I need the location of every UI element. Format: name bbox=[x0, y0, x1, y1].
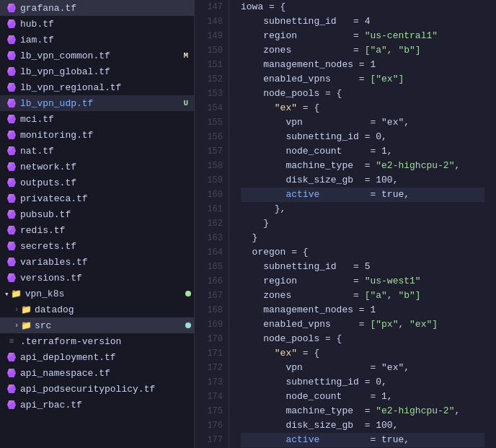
file-label: api_podsecuritypolicy.tf bbox=[20, 384, 191, 395]
tf-file-icon bbox=[6, 399, 17, 410]
sidebar-item-grafana[interactable]: grafana.tf bbox=[0, 0, 194, 16]
sidebar-item-terraform-version[interactable]: ≡ .terraform-version bbox=[0, 333, 194, 349]
sidebar-item-mci[interactable]: mci.tf bbox=[0, 111, 194, 127]
file-label: versions.tf bbox=[20, 273, 191, 284]
code-line: zones = ["a", "b"] bbox=[241, 43, 484, 58]
chevron-down-icon: ▾ bbox=[4, 289, 9, 299]
line-number: 176 bbox=[200, 418, 223, 433]
sidebar-item-redis[interactable]: redis.tf bbox=[0, 222, 194, 238]
modified-badge: M bbox=[180, 51, 191, 60]
tf-file-icon bbox=[6, 145, 17, 157]
code-line: node_pools = { bbox=[241, 332, 484, 346]
code-line: disk_size_gb = 100, bbox=[241, 173, 484, 188]
sidebar-item-variables[interactable]: variables.tf bbox=[0, 254, 194, 270]
line-number: 161 bbox=[200, 202, 223, 216]
code-line: node_count = 1, bbox=[241, 144, 484, 159]
code-line: active = true, bbox=[241, 188, 484, 202]
file-label: lb_vpn_regional.tf bbox=[20, 82, 191, 93]
tf-file-icon bbox=[6, 256, 17, 268]
sidebar-item-vpn-k8s-folder[interactable]: ▾ 📁 vpn_k8s bbox=[0, 286, 194, 302]
sidebar-item-datadog[interactable]: › 📁 datadog bbox=[0, 302, 194, 317]
sidebar-item-api-deployment[interactable]: api_deployment.tf bbox=[0, 349, 194, 365]
line-number: 156 bbox=[200, 130, 223, 144]
sidebar-item-lb-vpn-global[interactable]: lb_vpn_global.tf bbox=[0, 63, 194, 79]
status-dot bbox=[185, 322, 191, 328]
line-number: 174 bbox=[200, 390, 223, 404]
folder-label: vpn_k8s bbox=[25, 289, 185, 299]
sidebar-item-lb-vpn-common[interactable]: lb_vpn_common.tf M bbox=[0, 48, 194, 63]
chevron-right-icon: › bbox=[14, 322, 19, 330]
line-number: 151 bbox=[200, 58, 223, 72]
line-number: 168 bbox=[200, 303, 223, 317]
tf-file-icon bbox=[6, 351, 17, 363]
folder-icon: 📁 bbox=[20, 320, 32, 331]
tf-file-icon bbox=[6, 50, 17, 61]
file-label: hub.tf bbox=[20, 19, 191, 30]
file-label: grafana.tf bbox=[20, 3, 191, 14]
code-line: } bbox=[241, 231, 484, 245]
sidebar-item-lb-vpn-udp[interactable]: lb_vpn_udp.tf U bbox=[0, 95, 194, 111]
code-line: iowa = { bbox=[241, 0, 484, 14]
code-line: active = true, bbox=[241, 433, 484, 447]
line-number: 170 bbox=[200, 332, 223, 346]
tf-file-icon bbox=[6, 113, 17, 125]
folder-label: src bbox=[35, 320, 185, 331]
line-number: 148 bbox=[200, 14, 223, 29]
sidebar-item-network[interactable]: network.tf bbox=[0, 159, 194, 175]
sidebar-item-monitoring[interactable]: monitoring.tf bbox=[0, 127, 194, 143]
file-label: api_deployment.tf bbox=[20, 352, 191, 363]
tf-file-icon bbox=[6, 240, 17, 252]
sidebar-item-secrets[interactable]: secrets.tf bbox=[0, 238, 194, 254]
sidebar-item-lb-vpn-regional[interactable]: lb_vpn_regional.tf bbox=[0, 79, 194, 95]
tf-file-icon bbox=[6, 82, 17, 93]
sidebar-item-api-podsecuritypolicy[interactable]: api_podsecuritypolicy.tf bbox=[0, 381, 194, 397]
code-line: region = "us-west1" bbox=[241, 274, 484, 289]
line-number: 172 bbox=[200, 361, 223, 375]
code-line: region = "us-central1" bbox=[241, 29, 484, 43]
tf-file-icon bbox=[6, 367, 17, 379]
code-line: enabled_vpns = ["px", "ex"] bbox=[241, 317, 484, 332]
folder-label: datadog bbox=[35, 304, 191, 315]
sidebar-item-versions[interactable]: versions.tf bbox=[0, 270, 194, 286]
sidebar-item-privateca[interactable]: privateca.tf bbox=[0, 190, 194, 206]
code-line: subnetting_id = 0, bbox=[241, 375, 484, 390]
file-label: lb_vpn_udp.tf bbox=[20, 98, 177, 109]
sidebar-item-outputs[interactable]: outputs.tf bbox=[0, 175, 194, 190]
line-number: 155 bbox=[200, 115, 223, 130]
line-number-gutter: 1471481491501511521531541551561571581591… bbox=[195, 0, 229, 448]
file-label: nat.tf bbox=[20, 146, 191, 157]
sidebar-item-nat[interactable]: nat.tf bbox=[0, 143, 194, 159]
file-label: lb_vpn_common.tf bbox=[20, 50, 177, 61]
line-number: 167 bbox=[200, 289, 223, 303]
file-label: lb_vpn_global.tf bbox=[20, 66, 191, 77]
code-line: vpn = "ex", bbox=[241, 115, 484, 130]
line-number: 160 bbox=[200, 188, 223, 202]
sidebar-item-hub[interactable]: hub.tf bbox=[0, 16, 194, 32]
file-label: iam.tf bbox=[20, 35, 191, 45]
code-lines[interactable]: iowa = { subnetting_id = 4 region = "us-… bbox=[229, 0, 496, 448]
sidebar-item-pubsub[interactable]: pubsub.tf bbox=[0, 206, 194, 222]
line-number: 152 bbox=[200, 72, 223, 87]
code-line: subnetting_id = 4 bbox=[241, 14, 484, 29]
file-explorer: grafana.tf hub.tf iam.tf lb_vpn_common.t… bbox=[0, 0, 195, 448]
tf-file-icon bbox=[6, 383, 17, 395]
sidebar-item-iam[interactable]: iam.tf bbox=[0, 32, 194, 48]
file-label: .terraform-version bbox=[20, 336, 191, 347]
tf-file-icon bbox=[6, 224, 17, 236]
sidebar-item-api-namespace[interactable]: api_namespace.tf bbox=[0, 365, 194, 381]
sidebar-item-api-rbac[interactable]: api_rbac.tf bbox=[0, 397, 194, 413]
tf-file-icon bbox=[6, 97, 17, 109]
tf-file-icon bbox=[6, 66, 17, 77]
sidebar-item-src[interactable]: › 📁 src bbox=[0, 317, 194, 333]
tf-file-icon bbox=[6, 208, 17, 220]
line-number: 164 bbox=[200, 245, 223, 260]
file-label: secrets.tf bbox=[20, 241, 191, 252]
folder-icon: 📁 bbox=[11, 288, 22, 299]
file-label: monitoring.tf bbox=[20, 130, 191, 141]
line-number: 158 bbox=[200, 159, 223, 173]
code-line: "ex" = { bbox=[241, 101, 484, 115]
line-number: 171 bbox=[200, 346, 223, 361]
code-line: }, bbox=[241, 202, 484, 216]
tf-file-icon bbox=[6, 2, 17, 14]
line-number: 149 bbox=[200, 29, 223, 43]
